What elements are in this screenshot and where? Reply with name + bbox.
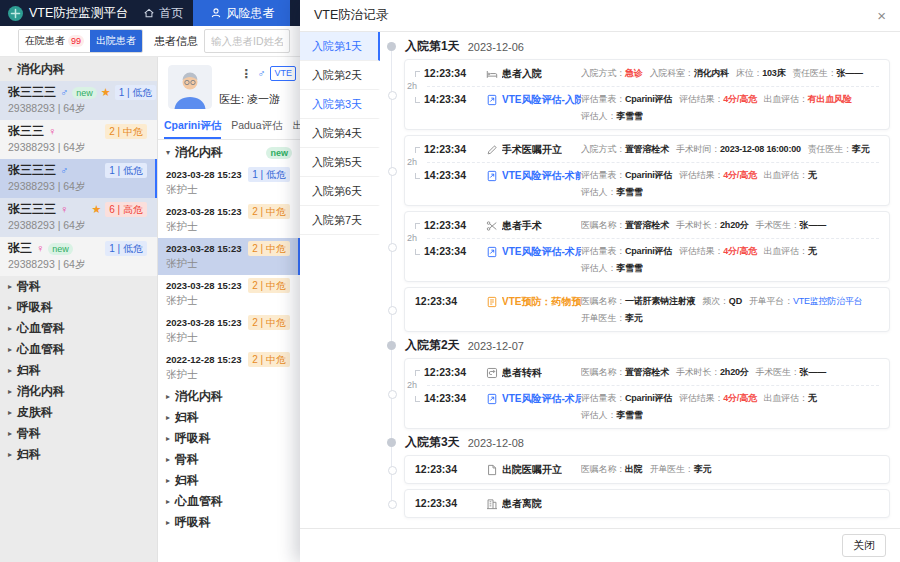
interval-duration: 2h bbox=[407, 158, 427, 167]
drawer-footer: 关闭 bbox=[300, 528, 900, 562]
female-icon: ♀ bbox=[60, 204, 68, 215]
risk-badge: 2 | 中危 bbox=[248, 241, 290, 256]
patient-list-item[interactable]: 张三三三♂1 | 低危29388293 | 64岁 bbox=[0, 159, 157, 198]
filter-discharged-button[interactable]: 出院患者 bbox=[90, 30, 142, 52]
event-title-text: VTE风险评估-入院 bbox=[502, 91, 581, 108]
drawer-nav-day[interactable]: 入院第3天 bbox=[300, 90, 380, 119]
assessment-list-item[interactable]: 2023-03-28 15:232 | 中危张护士 bbox=[158, 238, 300, 275]
collapse-icon: ▸ bbox=[8, 303, 12, 312]
drawer-nav-day[interactable]: 入院第7天 bbox=[300, 206, 380, 235]
event-fields-extra: 评估人：李雪雪 bbox=[581, 184, 879, 200]
department-label: 妇科 bbox=[175, 472, 199, 489]
assessment-list-item[interactable]: 2023-03-28 15:231 | 低危张护士 bbox=[158, 164, 300, 201]
close-button[interactable]: 关闭 bbox=[842, 534, 886, 557]
drawer-nav-day[interactable]: 入院第1天 bbox=[300, 32, 380, 61]
assessment-panel: ⋮ ♂ VTE 医生: 凌一游 Cparini评估Padua评估出血评估 ▾消化… bbox=[157, 57, 300, 562]
more-icon[interactable]: ⋮ bbox=[240, 67, 252, 81]
field: 出血评估：无 bbox=[764, 167, 817, 184]
male-icon: ♂ bbox=[257, 68, 265, 79]
department-group-header[interactable]: ▸骨科 bbox=[0, 276, 157, 297]
department-group-header[interactable]: ▸骨科 bbox=[0, 423, 157, 444]
assessment-group-header[interactable]: ▸妇科 bbox=[158, 470, 300, 491]
department-group-header[interactable]: ▸皮肤科 bbox=[0, 402, 157, 423]
collapse-icon: ▸ bbox=[166, 518, 170, 527]
interval-duration: 2h bbox=[407, 234, 427, 243]
close-icon[interactable]: × bbox=[877, 8, 886, 23]
timeline-card: 12:23:34VTE预防：药物预防医嘱名称：一诺肝素钠注射液频次：QD开单平台… bbox=[404, 287, 890, 332]
field-label: 手术时长： bbox=[676, 220, 720, 230]
patient-name: 张三三 bbox=[8, 123, 44, 140]
patient-list-item[interactable]: 张三三三♂new★1 | 低危29388293 | 64岁 bbox=[0, 81, 157, 120]
patient-badges: 1 | 低危 bbox=[105, 163, 147, 178]
assessment-time: 2023-03-28 15:23 bbox=[166, 243, 242, 254]
department-group-header[interactable]: ▸妇科 bbox=[0, 360, 157, 381]
event-title[interactable]: VTE风险评估-术后 bbox=[485, 243, 581, 260]
drawer-nav-day[interactable]: 入院第6天 bbox=[300, 177, 380, 206]
new-badge: new bbox=[48, 243, 73, 255]
drawer-nav-day[interactable]: 入院第5天 bbox=[300, 148, 380, 177]
field-value: 出院 bbox=[625, 464, 643, 474]
drawer-nav-day[interactable]: 入院第4天 bbox=[300, 119, 380, 148]
department-group-header[interactable]: ▸心血管科 bbox=[0, 318, 157, 339]
star-icon[interactable]: ★ bbox=[101, 87, 111, 98]
field-label: 责任医生： bbox=[792, 68, 836, 78]
event-title[interactable]: VTE风险评估-入院 bbox=[485, 91, 581, 108]
event-title[interactable]: VTE风险评估-术后 bbox=[485, 390, 581, 407]
field-value: 李元 bbox=[625, 313, 643, 323]
field-value: 一诺肝素钠注射液 bbox=[625, 296, 695, 306]
tab-出血评估[interactable]: 出血评估 bbox=[293, 115, 300, 139]
event-title: 患者转科 bbox=[485, 364, 581, 381]
patient-search-input[interactable] bbox=[204, 29, 290, 53]
patient-list-item[interactable]: 张三三三♀★6 | 高危29388293 | 64岁 bbox=[0, 198, 157, 237]
drawer-nav-day-label: 入院第5天 bbox=[312, 155, 362, 170]
department-label: 心血管科 bbox=[175, 493, 223, 510]
assessment-group-header[interactable]: ▸呼吸科 bbox=[158, 428, 300, 449]
field-value: 置管溶栓术 bbox=[625, 367, 669, 377]
risk-badge: 6 | 高危 bbox=[105, 202, 147, 217]
field-label: 评估结果： bbox=[679, 246, 723, 256]
assessment-group-header[interactable]: ▸骨科 bbox=[158, 449, 300, 470]
department-label: 呼吸科 bbox=[175, 430, 211, 447]
department-group-header[interactable]: ▸妇科 bbox=[0, 444, 157, 465]
assessment-group-header[interactable]: ▸消化内科 bbox=[158, 386, 300, 407]
tab-Padua评估[interactable]: Padua评估 bbox=[231, 115, 282, 139]
assessment-list-item[interactable]: 2023-03-28 15:232 | 中危张护士 bbox=[158, 275, 300, 312]
nav-item-risk-patients[interactable]: 风险患者 bbox=[193, 0, 290, 26]
field-value: Cparini评估 bbox=[625, 246, 672, 256]
patient-list-item[interactable]: 张三三♀2 | 中危29388293 | 64岁 bbox=[0, 120, 157, 159]
assessment-group-header[interactable]: ▸妇科 bbox=[158, 407, 300, 428]
female-icon: ♀ bbox=[36, 243, 44, 254]
assessment-time: 2022-12-28 15:23 bbox=[166, 354, 242, 365]
star-icon[interactable]: ★ bbox=[91, 204, 101, 215]
assessment-list-item[interactable]: 2022-12-28 15:232 | 中危张护士 bbox=[158, 349, 300, 386]
field-label: 医嘱名称： bbox=[581, 367, 625, 377]
assessment-list-item[interactable]: 2023-03-28 15:232 | 中危张护士 bbox=[158, 312, 300, 349]
department-group-header[interactable]: ▾消化内科 bbox=[0, 57, 157, 81]
field-value[interactable]: VTE监控防治平台 bbox=[793, 296, 863, 306]
department-group-header[interactable]: ▸呼吸科 bbox=[0, 297, 157, 318]
event-title[interactable]: VTE风险评估-术前 bbox=[485, 167, 581, 184]
tab-Cparini评估[interactable]: Cparini评估 bbox=[164, 115, 221, 139]
field-value: 103床 bbox=[762, 68, 785, 78]
navbar-menu: 首页风险患者 bbox=[132, 0, 323, 26]
event-title-text: 手术医嘱开立 bbox=[502, 141, 562, 158]
bracket-tick bbox=[415, 173, 420, 179]
filter-in-hospital-button[interactable]: 在院患者99 bbox=[19, 30, 90, 52]
assessment-group-header[interactable]: ▸呼吸科 bbox=[158, 512, 300, 533]
field-value: 急诊 bbox=[625, 68, 643, 78]
drawer-nav-day[interactable]: 入院第2天 bbox=[300, 61, 380, 90]
assessment-list-item[interactable]: 2023-03-28 15:232 | 中危张护士 bbox=[158, 201, 300, 238]
department-group-header[interactable]: ▸心血管科 bbox=[0, 339, 157, 360]
event-title: 患者离院 bbox=[485, 495, 581, 512]
interval-duration: 2h bbox=[407, 381, 427, 390]
timeline-card: 12:23:34患者入院入院方式：急诊入院科室：消化内科床位：103床责任医生：… bbox=[404, 59, 890, 130]
field-value: 2h20分 bbox=[720, 220, 749, 230]
assessment-group-header[interactable]: ▸心血管科 bbox=[158, 491, 300, 512]
field: 开单平台：VTE监控防治平台 bbox=[749, 293, 863, 310]
nav-item-home[interactable]: 首页 bbox=[132, 0, 193, 26]
drawer-nav-day-label: 入院第3天 bbox=[312, 97, 362, 112]
patient-list-item[interactable]: 张三♀new1 | 低危29388293 | 64岁 bbox=[0, 237, 157, 276]
department-group-header[interactable]: ▸消化内科 bbox=[0, 381, 157, 402]
assessment-group-header[interactable]: ▾消化内科new bbox=[158, 140, 300, 164]
vte-record-drawer: VTE防治记录 × 入院第1天入院第2天入院第3天入院第4天入院第5天入院第6天… bbox=[300, 0, 900, 562]
